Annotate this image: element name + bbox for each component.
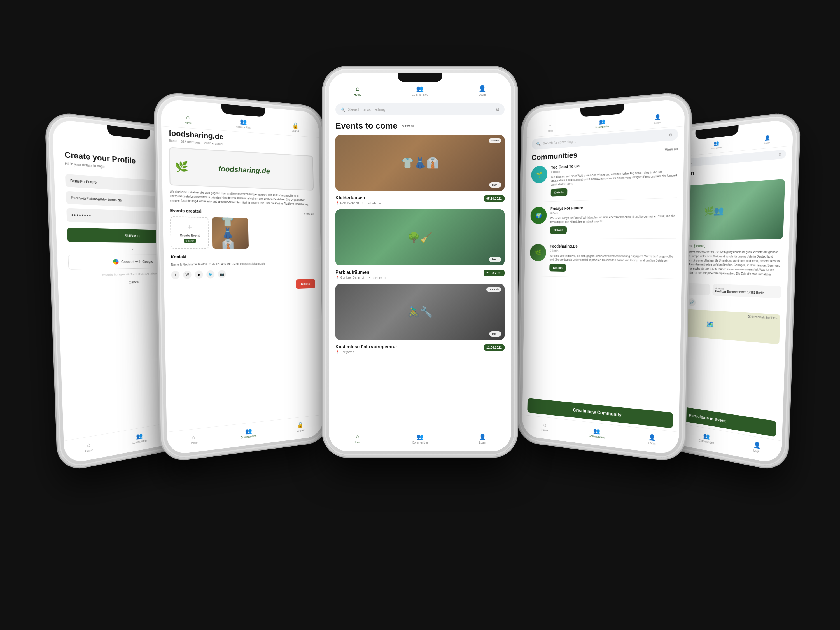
view-all-events-2[interactable]: View all: [304, 212, 314, 215]
event-info-park-3: Park aufräumen 📍 Görlitzer Bahnhof 13 Te…: [335, 270, 505, 279]
nav-communities-3b[interactable]: 👥 Communities: [412, 433, 428, 444]
event-name-fahrrad: Kostenlose Fahrradreperatur: [335, 344, 397, 349]
fff-details-btn[interactable]: Details: [550, 226, 567, 234]
nav-communities-label-2: Communities: [240, 434, 256, 439]
nav-home-3b[interactable]: ⌂ Home: [354, 433, 362, 444]
twitter-icon[interactable]: 🐦: [206, 270, 215, 279]
notch-3: [398, 73, 442, 82]
home-icon-4t: ⌂: [548, 123, 551, 128]
nav-communities-5b[interactable]: 👥 Communities: [699, 431, 714, 445]
nav-login-3b[interactable]: 👤 Login: [479, 433, 486, 444]
bottom-nav-3: ⌂ Home 👥 Communities 👤 Login: [329, 429, 511, 451]
nav-communities-5t[interactable]: 👥 Communities: [710, 140, 723, 150]
nav-logout-2t[interactable]: 🔓 Logout: [292, 122, 299, 133]
link-social-icon[interactable]: 🔗: [688, 298, 696, 306]
nav-communities-4b[interactable]: 👥 Communities: [589, 426, 605, 439]
nav-home-1[interactable]: ⌂ Home: [85, 441, 93, 453]
view-all-4[interactable]: View all: [665, 147, 678, 152]
login-icon-4b: 👤: [649, 433, 656, 441]
communities-icon-2: 👥: [245, 427, 252, 434]
community-tag-5: created: [694, 244, 705, 248]
whatsapp-icon[interactable]: W: [183, 271, 191, 279]
fff-avatar: 🌍: [531, 207, 547, 224]
nav-communities-label-1: Communities: [132, 439, 147, 444]
communities-icon-1: 👥: [136, 432, 143, 440]
phone-3: ⌂ Home 👥 Communities 👤 Login: [325, 69, 515, 455]
nav-home-2[interactable]: ⌂ Home: [189, 433, 198, 445]
nav-login-4b[interactable]: 👤 Login: [648, 433, 656, 445]
delete-button-2[interactable]: Delete: [296, 279, 315, 289]
mehr-btn-fahrrad[interactable]: Mehr: [489, 331, 501, 336]
filter-icon-4: ⚙: [669, 133, 673, 137]
event-card-kleidertausch-3[interactable]: Tausch Mehr: [335, 135, 505, 191]
events-row-2: + Create Event 0 berlin: [170, 216, 315, 249]
nav-communities-4t[interactable]: 👥 Communities: [595, 118, 609, 129]
search-bar-3[interactable]: 🔍 Search for something ... ⚙: [335, 103, 505, 115]
top-nav-3: ⌂ Home 👥 Communities 👤 Login: [329, 84, 511, 100]
facebook-icon[interactable]: f: [171, 271, 180, 279]
community-banner-2: 🌿 foodsharing.de: [169, 147, 314, 191]
fs-details-btn[interactable]: Details: [549, 264, 566, 272]
nav-communities-2[interactable]: 👥 Communities: [240, 427, 257, 439]
mehr-btn-kleidertausch[interactable]: Mehr: [489, 182, 501, 188]
google-icon: [113, 259, 118, 265]
create-event-card[interactable]: + Create Event 0 berlin: [170, 216, 209, 249]
nav-home-4b[interactable]: ⌂ Home: [542, 422, 548, 432]
event-location-kleidertausch: 📍 Reinickendorf: [335, 201, 359, 205]
nav-home-label-2: Home: [189, 441, 197, 445]
event-card-park-3[interactable]: Mehr: [335, 210, 505, 265]
event-card-fahrrad-3[interactable]: Mountain Mehr: [335, 284, 505, 340]
nav-communities-3t[interactable]: 👥 Communities: [412, 85, 428, 96]
event-name-park: Park aufräumen: [335, 270, 387, 275]
event-info-fahrrad-3: Kostenlose Fahrradreperatur 📍 Tiergarten…: [335, 344, 505, 354]
event-date-park: 21.08.2021: [483, 270, 505, 276]
create-event-label: Create Event: [180, 234, 200, 237]
nav-logout-label-2: Logout: [297, 428, 304, 432]
contact-section-2: Kontakt Name & Nachname Telefon: 0176 12…: [171, 254, 315, 267]
nav-home-label-1: Home: [85, 448, 93, 453]
home-icon-3b: ⌂: [356, 433, 360, 440]
password-dots: ••••••••: [71, 213, 92, 218]
view-all-3[interactable]: View all: [402, 124, 415, 128]
nav-logout-2b[interactable]: 🔓 Logout: [297, 421, 305, 432]
event-location-fahrrad: 📍 Tiergarten: [335, 350, 354, 354]
home-icon-4b: ⌂: [543, 422, 546, 428]
community-item-fs: 🌿 Foodsharing.De 0 Berlin Wir sind eine …: [529, 243, 676, 279]
nav-login-5t[interactable]: 👤 Login: [764, 135, 770, 144]
logout-icon-2t: 🔓: [292, 122, 298, 129]
events-section-2: Events created View all: [170, 208, 314, 216]
social-icons-2: f W ▶ 🐦 📷: [171, 269, 315, 279]
nav-home-2t[interactable]: ⌂ Home: [185, 114, 192, 124]
home-icon-3t: ⌂: [356, 85, 360, 92]
logout-icon-2b: 🔓: [297, 421, 303, 428]
event-location-park: 📍 Görlitzer Bahnhof: [335, 276, 364, 279]
home-icon-2t: ⌂: [186, 114, 190, 121]
instagram-icon[interactable]: 📷: [218, 270, 226, 278]
nav-login-5b[interactable]: 👤 Login: [753, 441, 761, 453]
communities-icon-2t: 👥: [240, 118, 247, 125]
communities-icon-4b: 👥: [593, 427, 600, 434]
nav-login-4t[interactable]: 👤 Login: [654, 114, 661, 124]
nav-home-3t[interactable]: ⌂ Home: [354, 85, 362, 96]
fs-avatar: 🌿: [530, 244, 546, 261]
fs-name: Foodsharing.De: [550, 243, 676, 248]
nav-home-4t[interactable]: ⌂ Home: [547, 123, 553, 133]
community-description-2: Wir sind eine Initiative, die sich gegen…: [170, 189, 314, 206]
event-date-fahrrad: 12.06.2021: [483, 344, 505, 351]
login-icon-4t: 👤: [654, 114, 661, 121]
nav-communities-1[interactable]: 👥 Communities: [132, 431, 147, 445]
contact-info-2: Name & Nachname Telefon: 0176 123 456 79…: [171, 261, 315, 267]
tgtg-details-btn[interactable]: Details: [551, 188, 568, 196]
event-name-kleidertausch: Kleidertausch: [335, 196, 381, 201]
nav-communities-2t[interactable]: 👥 Communities: [236, 118, 251, 129]
event-tag-kleidertausch: Tausch: [489, 138, 501, 143]
contact-address-box: Adresse Görlitzer Bahnhof Platz, 14352 B…: [712, 284, 781, 298]
mehr-btn-park[interactable]: Mehr: [489, 257, 501, 262]
tgtg-avatar: 🌱: [531, 166, 548, 183]
login-icon-3t: 👤: [478, 85, 486, 92]
event-participants-kleidertausch: 28 Teilnehmer: [362, 202, 381, 205]
fff-info: Fridays For Future 0 Berlin Wir sind Fri…: [550, 203, 677, 234]
filter-icon-5: ⚙: [778, 152, 782, 157]
nav-login-3t[interactable]: 👤 Login: [478, 85, 486, 96]
youtube-icon[interactable]: ▶: [195, 270, 203, 279]
